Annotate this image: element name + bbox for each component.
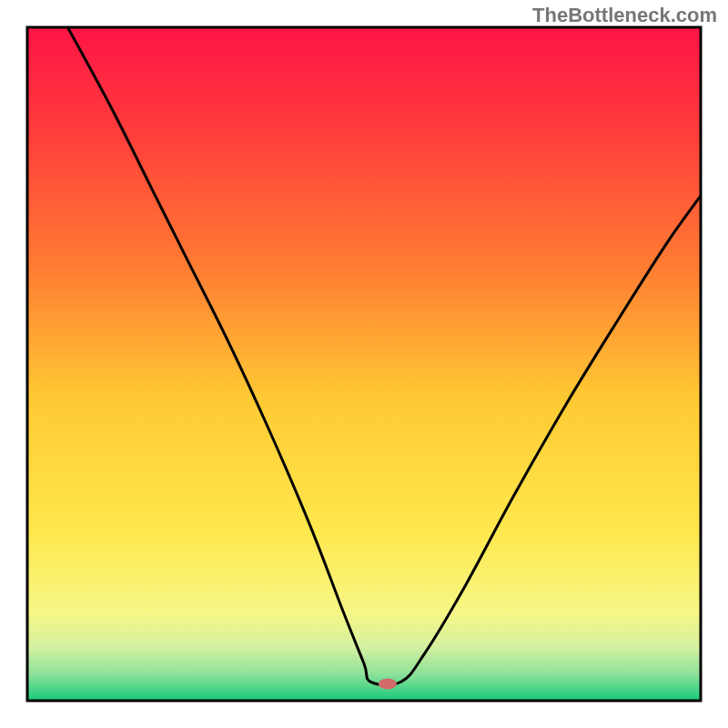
chart-container: { "watermark": "TheBottleneck.com", "cha…	[0, 0, 728, 728]
watermark-text: TheBottleneck.com	[532, 4, 717, 27]
bottleneck-curve-chart	[0, 0, 728, 728]
minimum-marker	[379, 679, 397, 690]
plot-background	[27, 27, 701, 701]
